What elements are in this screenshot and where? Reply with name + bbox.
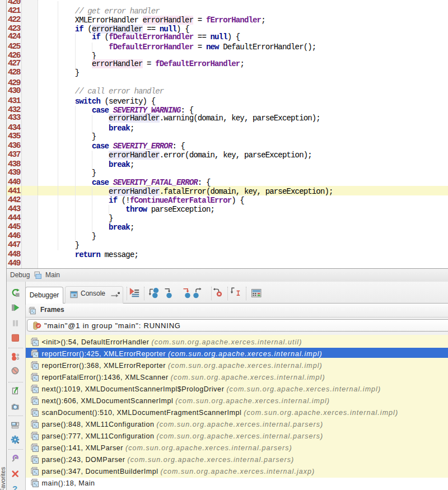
svg-text:?: ? <box>12 484 17 490</box>
